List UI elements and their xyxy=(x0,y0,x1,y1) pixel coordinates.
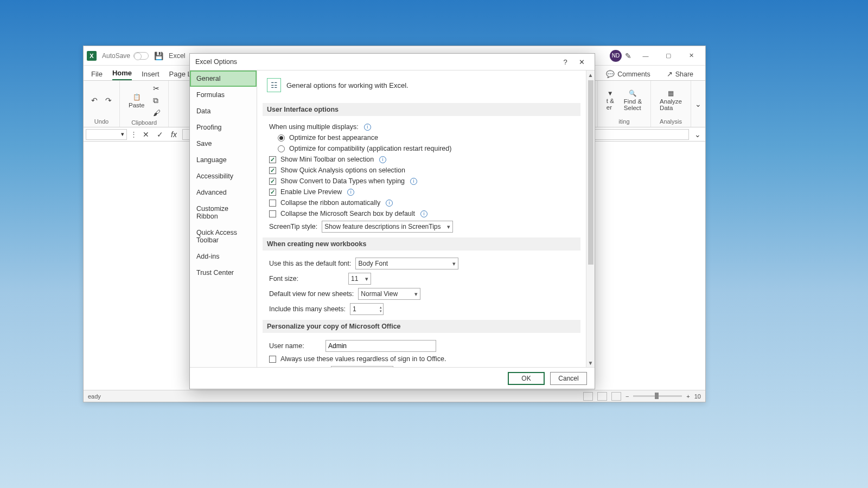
dialog-scrollbar[interactable]: ▲ ▼ xyxy=(586,70,595,367)
autosave-label: AutoSave xyxy=(102,52,130,60)
group-clipboard: 📋Paste ✂ ⧉ 🖌 Clipboard xyxy=(120,81,169,127)
info-icon[interactable]: i xyxy=(420,210,427,217)
tab-insert[interactable]: Insert xyxy=(142,68,159,80)
checkbox-convert-datatypes[interactable] xyxy=(269,178,276,185)
sidebar-item-accessibility[interactable]: Accessibility xyxy=(190,168,257,184)
zoom-in-icon[interactable]: + xyxy=(686,393,690,400)
save-icon[interactable]: 💾 xyxy=(154,52,163,60)
section-new-workbooks: When creating new workbooks xyxy=(263,237,580,251)
info-icon[interactable]: i xyxy=(379,156,386,163)
settings-icon: ☷ xyxy=(267,78,281,92)
minimize-button[interactable]: — xyxy=(635,48,656,63)
screentip-label: ScreenTip style: xyxy=(269,223,317,230)
share-button[interactable]: ↗ Share xyxy=(662,68,698,80)
zoom-percent[interactable]: 10 xyxy=(694,393,701,400)
chevron-down-icon[interactable]: ⌄ xyxy=(693,99,704,110)
sidebar-item-save[interactable]: Save xyxy=(190,136,257,152)
redo-icon[interactable]: ↷ xyxy=(103,95,114,106)
page-break-view-icon[interactable] xyxy=(611,392,621,401)
default-view-select[interactable]: Normal View xyxy=(358,288,420,300)
multi-displays-label: When using multiple displays: xyxy=(269,123,359,131)
checkbox-quick-analysis[interactable] xyxy=(269,167,276,174)
cut-icon[interactable]: ✂ xyxy=(151,83,163,94)
clipboard-icon: 📋 xyxy=(133,93,141,101)
cancel-button[interactable]: Cancel xyxy=(550,372,587,385)
find-select-button[interactable]: 🔍Find & Select xyxy=(621,87,645,113)
copy-icon[interactable]: ⧉ xyxy=(151,95,163,106)
sidebar-item-formulas[interactable]: Formulas xyxy=(190,87,257,103)
sidebar-item-qat[interactable]: Quick Access Toolbar xyxy=(190,224,257,248)
analyze-icon: ▦ xyxy=(668,89,674,97)
paste-button[interactable]: 📋Paste xyxy=(125,91,148,111)
default-font-select[interactable]: Body Font xyxy=(355,258,458,269)
sidebar-item-general[interactable]: General xyxy=(190,70,257,87)
search-icon: 🔍 xyxy=(629,89,636,97)
checkbox-collapse-search[interactable] xyxy=(269,210,276,217)
checkbox-live-preview[interactable] xyxy=(269,189,276,196)
analyze-data-button[interactable]: ▦Analyze Data xyxy=(656,87,685,113)
sheets-label: Include this many sheets: xyxy=(269,305,346,313)
info-icon[interactable]: i xyxy=(410,178,417,185)
enter-formula-icon[interactable]: ✓ xyxy=(155,129,165,140)
name-box[interactable]: ▾ xyxy=(86,129,127,140)
dialog-sidebar: General Formulas Data Proofing Save Lang… xyxy=(190,70,257,367)
radio-best-appearance[interactable] xyxy=(278,134,285,142)
expand-formula-icon[interactable]: ⌄ xyxy=(692,129,703,140)
radio-compat-label: Optimize for compatibility (application … xyxy=(289,145,451,152)
scroll-up-icon[interactable]: ▲ xyxy=(586,70,595,79)
group-editing: ▼t & er 🔍Find & Select iting xyxy=(598,81,651,127)
group-analysis: ▦Analyze Data Analysis xyxy=(651,81,691,127)
zoom-out-icon[interactable]: − xyxy=(626,393,629,400)
undo-icon[interactable]: ↶ xyxy=(89,95,100,106)
user-avatar[interactable]: ND xyxy=(610,50,622,62)
zoom-slider[interactable] xyxy=(633,395,682,397)
document-title: Excel xyxy=(169,52,186,60)
scroll-thumb[interactable] xyxy=(588,80,593,265)
close-dialog-button[interactable]: ✕ xyxy=(574,55,589,68)
tab-home[interactable]: Home xyxy=(112,67,132,80)
radio-compatibility[interactable] xyxy=(278,145,285,152)
fx-icon[interactable]: fx xyxy=(169,129,179,140)
checkbox-collapse-ribbon[interactable] xyxy=(269,200,276,207)
autosave-toggle[interactable]: AutoSave xyxy=(102,52,149,60)
sheets-spinner[interactable]: 1 xyxy=(350,303,384,315)
section-personalize: Personalize your copy of Microsoft Offic… xyxy=(263,320,580,333)
office-bg-select[interactable]: Circles and Stripes xyxy=(331,366,393,367)
toggle-off-icon xyxy=(133,52,149,60)
dialog-title: Excel Options xyxy=(195,58,237,66)
help-button[interactable]: ? xyxy=(558,55,573,68)
scroll-down-icon[interactable]: ▼ xyxy=(586,358,595,367)
tab-file[interactable]: File xyxy=(91,68,103,80)
sidebar-item-customize-ribbon[interactable]: Customize Ribbon xyxy=(190,201,257,224)
pen-icon[interactable]: ✎ xyxy=(623,50,634,61)
excel-options-dialog: Excel Options ? ✕ General Formulas Data … xyxy=(189,53,595,389)
normal-view-icon[interactable] xyxy=(583,392,593,401)
info-icon[interactable]: i xyxy=(386,200,393,207)
funnel-icon: ▼ xyxy=(607,90,613,97)
dialog-titlebar: Excel Options ? ✕ xyxy=(190,54,595,70)
screentip-select[interactable]: Show feature descriptions in ScreenTips xyxy=(322,221,453,233)
checkbox-always-values[interactable] xyxy=(269,356,276,363)
sort-filter-button[interactable]: ▼t & er xyxy=(603,88,617,113)
checkbox-mini-toolbar[interactable] xyxy=(269,156,276,163)
info-icon[interactable]: i xyxy=(347,189,354,196)
ok-button[interactable]: OK xyxy=(508,372,545,385)
radio-best-label: Optimize for best appearance xyxy=(289,134,378,142)
format-painter-icon[interactable]: 🖌 xyxy=(151,107,163,118)
username-input[interactable] xyxy=(326,340,436,352)
sidebar-item-addins[interactable]: Add-ins xyxy=(190,248,257,265)
font-size-select[interactable]: 11 xyxy=(348,273,371,285)
sidebar-item-trust-center[interactable]: Trust Center xyxy=(190,265,257,281)
comments-button[interactable]: 💬 Comments xyxy=(602,68,654,80)
maximize-button[interactable]: ▢ xyxy=(658,48,679,63)
status-bar: eady − + 10 xyxy=(84,390,705,402)
sidebar-item-data[interactable]: Data xyxy=(190,103,257,119)
sidebar-item-language[interactable]: Language xyxy=(190,152,257,168)
default-font-label: Use this as the default font: xyxy=(269,260,351,267)
sidebar-item-advanced[interactable]: Advanced xyxy=(190,184,257,201)
sidebar-item-proofing[interactable]: Proofing xyxy=(190,119,257,136)
page-layout-view-icon[interactable] xyxy=(597,392,607,401)
close-window-button[interactable]: ✕ xyxy=(680,48,702,63)
info-icon[interactable]: i xyxy=(364,124,371,131)
cancel-formula-icon[interactable]: ✕ xyxy=(141,129,151,140)
